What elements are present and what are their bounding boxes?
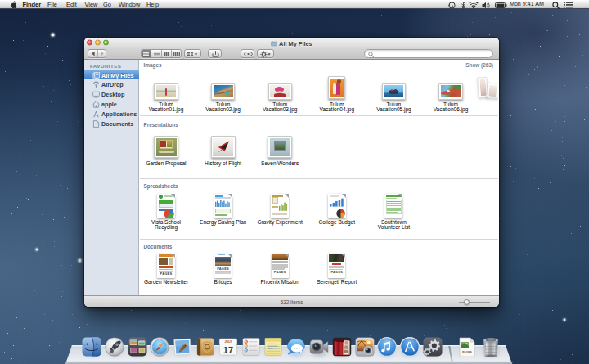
svg-text:17: 17 (223, 345, 233, 355)
svg-text:JULY: JULY (224, 340, 232, 344)
svg-text:PAGES: PAGES (462, 351, 472, 354)
